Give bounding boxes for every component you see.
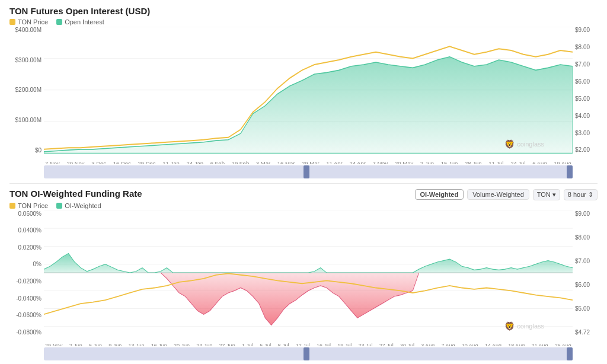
- chart1-legend: TON Price Open Interest: [9, 18, 598, 25]
- volume-weighted-button[interactable]: Volume-Weighted: [467, 189, 529, 200]
- chart2-price-label: TON Price: [18, 202, 48, 209]
- chart2-scrollbar[interactable]: [44, 347, 573, 360]
- chart1-x-axis: 7 Nov 20 Nov 3 Dec 16 Dec 29 Dec 11 Jan …: [44, 156, 573, 164]
- interval-label: 8 hour: [568, 191, 586, 198]
- chart2-title: TON OI-Weighted Funding Rate: [9, 189, 142, 199]
- chart2-area: 🦁 coinglass 29 May 2 Jun 5 Jun 9 Jun 13 …: [44, 210, 573, 347]
- chart2-header: TON OI-Weighted Funding Rate OI-Weighted…: [9, 189, 598, 201]
- chart2-scrollbar-left[interactable]: [304, 347, 309, 360]
- chart1-svg: [44, 27, 573, 154]
- chart1-y-left: $400.00M $300.00M $200.00M $100.00M $0: [9, 27, 44, 164]
- token-chevron: ▾: [552, 191, 556, 199]
- chart1-scrollbar-left[interactable]: [304, 165, 309, 178]
- token-label: TON: [537, 191, 551, 198]
- chart1-price-label: TON Price: [18, 18, 48, 25]
- oi-weighted-button[interactable]: OI-Weighted: [415, 189, 464, 200]
- chart1-y-right: $9.00 $8.00 $7.00 $6.00 $5.00 $4.00 $3.0…: [573, 27, 598, 164]
- interval-select[interactable]: 8 hour ⇕: [564, 189, 598, 200]
- chart1-legend-price: TON Price: [9, 18, 48, 25]
- chart2-wrapper: 0.0600% 0.0400% 0.0200% 0% -0.0200% -0.0…: [9, 210, 598, 347]
- chart1-section: TON Futures Open Interest (USD) TON Pric…: [9, 6, 598, 178]
- chart2-legend-price: TON Price: [9, 202, 48, 209]
- token-select[interactable]: TON ▾: [533, 189, 560, 200]
- chart1-price-dot: [9, 19, 15, 25]
- chart1-oi-dot: [56, 19, 62, 25]
- chart2-section: TON OI-Weighted Funding Rate OI-Weighted…: [9, 189, 598, 361]
- chart2-svg: [44, 210, 573, 336]
- chart1-wrapper: $400.00M $300.00M $200.00M $100.00M $0: [9, 27, 598, 164]
- interval-chevron: ⇕: [588, 191, 593, 199]
- chart2-price-dot: [9, 203, 15, 209]
- chart1-scrollbar-right[interactable]: [567, 165, 573, 178]
- chart2-scrollbar-right[interactable]: [567, 347, 573, 360]
- chart1-title: TON Futures Open Interest (USD): [9, 6, 598, 16]
- chart2-y-left: 0.0600% 0.0400% 0.0200% 0% -0.0200% -0.0…: [9, 210, 44, 347]
- chart2-oi-dot: [56, 203, 62, 209]
- chart2-legend: TON Price OI-Weighted: [9, 202, 598, 209]
- main-container: TON Futures Open Interest (USD) TON Pric…: [0, 0, 607, 364]
- chart1-area: 🦁 coinglass 7 Nov 20 Nov 3 Dec 16 Dec 29…: [44, 27, 573, 164]
- chart2-legend-oi: OI-Weighted: [56, 202, 101, 209]
- chart2-x-axis: 29 May 2 Jun 5 Jun 9 Jun 13 Jun 16 Jun 2…: [44, 338, 573, 346]
- chart1-scrollbar[interactable]: [44, 165, 573, 178]
- svg-rect-5: [44, 210, 573, 273]
- chart2-y-right: $9.00 $8.00 $7.00 $6.00 $5.00 $4.72: [573, 210, 598, 347]
- chart1-legend-oi: Open Interest: [56, 18, 104, 25]
- chart2-oi-label: OI-Weighted: [65, 202, 101, 209]
- chart2-controls: OI-Weighted Volume-Weighted TON ▾ 8 hour…: [415, 189, 598, 200]
- chart1-oi-label: Open Interest: [65, 18, 104, 25]
- section-divider: [9, 183, 598, 184]
